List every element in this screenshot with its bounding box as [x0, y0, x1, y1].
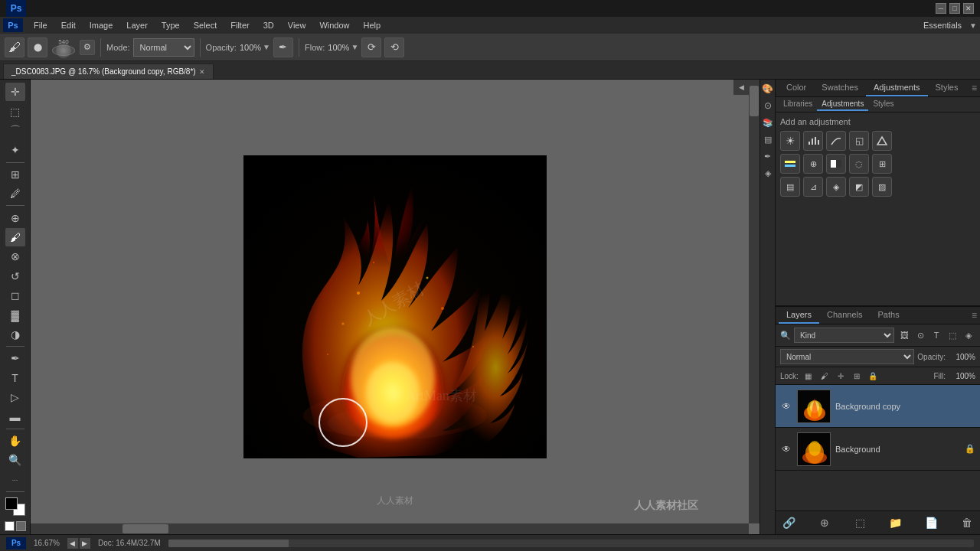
lock-all-icon[interactable]: 🔒	[866, 369, 880, 383]
menu-window[interactable]: Window	[313, 19, 355, 31]
paths-tab[interactable]: Paths	[871, 307, 907, 324]
menu-image[interactable]: Image	[83, 19, 119, 31]
photo-filter-btn[interactable]: ◌	[849, 154, 869, 174]
airbrush-icon[interactable]: ✒	[273, 37, 293, 57]
tab-adjustments[interactable]: Adjustments	[866, 80, 928, 96]
adjustment-filter-icon[interactable]: ⊙	[913, 328, 927, 342]
lock-transparent-icon[interactable]: ▦	[802, 369, 815, 383]
color-balance-btn[interactable]: ⊕	[803, 154, 823, 174]
layer-item-background-copy[interactable]: 👁 Background copy	[776, 385, 980, 428]
history-brush-tool[interactable]: ↺	[5, 267, 25, 285]
brightness-contrast-btn[interactable]: ☀	[780, 131, 800, 151]
add-mask-btn[interactable]: ⬚	[851, 514, 868, 531]
3d-icon[interactable]: ◈	[760, 165, 776, 181]
shape-filter-icon[interactable]: ⬚	[946, 328, 959, 342]
channel-mixer-btn[interactable]: ⊞	[872, 154, 892, 174]
magic-wand-tool[interactable]: ✦	[5, 141, 25, 159]
workspace-dropdown-icon[interactable]: ▼	[969, 21, 977, 30]
gradient-map-btn[interactable]: ▨	[872, 177, 892, 197]
smartobj-filter-icon[interactable]: ◈	[962, 328, 975, 342]
menu-3d[interactable]: 3D	[257, 19, 280, 31]
menu-filter[interactable]: Filter	[224, 19, 255, 31]
pixel-filter-icon[interactable]: 🖼	[897, 328, 911, 342]
opacity-value[interactable]: 100%	[949, 353, 975, 361]
add-style-btn[interactable]: ⊕	[816, 514, 833, 531]
menu-file[interactable]: File	[28, 19, 54, 31]
nav-left-btn[interactable]: ◀	[67, 538, 78, 549]
vertical-scrollbar[interactable]	[749, 80, 760, 523]
fill-value[interactable]: 100%	[949, 372, 975, 380]
tab-close-button[interactable]: ✕	[199, 68, 205, 76]
stamp-tool[interactable]: ⊗	[5, 247, 25, 266]
brush-tool-icon[interactable]: 🖌	[5, 37, 24, 57]
new-group-btn[interactable]: 📁	[887, 514, 904, 531]
menu-help[interactable]: Help	[358, 19, 387, 31]
levels-btn[interactable]	[803, 131, 823, 151]
color-lookup-btn[interactable]: ▤	[780, 177, 800, 197]
layers-icon[interactable]: ▤	[760, 132, 776, 147]
document-tab[interactable]: _DSC0083.JPG @ 16.7% (Background copy, R…	[3, 64, 214, 79]
zoom-tool[interactable]: 🔍	[5, 451, 25, 469]
flow-dropdown[interactable]: ▼	[351, 43, 358, 51]
adjustments-sub-tab[interactable]: Adjustments	[817, 98, 868, 111]
minimize-button[interactable]: ─	[936, 3, 946, 14]
black-white-btn[interactable]	[826, 154, 846, 174]
opacity-dropdown[interactable]: ▼	[263, 43, 270, 51]
layer-visibility-bg[interactable]: 👁	[780, 443, 792, 455]
h-scroll-thumb[interactable]	[122, 524, 168, 533]
standard-mode[interactable]	[5, 521, 15, 531]
layer-visibility-bg-copy[interactable]: 👁	[780, 400, 792, 412]
quick-mask-mode[interactable]	[16, 521, 26, 531]
brush-tool[interactable]: 🖌	[5, 228, 25, 246]
curves-btn[interactable]	[826, 131, 846, 151]
more-tools[interactable]: ···	[5, 470, 25, 488]
libraries-icon[interactable]: 📚	[760, 115, 776, 130]
dodge-tool[interactable]: ◑	[5, 325, 25, 344]
libraries-tab[interactable]: Libraries	[779, 98, 817, 111]
menu-layer[interactable]: Layer	[120, 19, 154, 31]
color-panel-icon[interactable]: 🎨	[760, 81, 776, 96]
layers-tab[interactable]: Layers	[779, 307, 819, 324]
panel-collapse-btn[interactable]: ◀	[733, 80, 749, 95]
adjustments-icon[interactable]: ⊙	[760, 98, 776, 113]
layer-item-background[interactable]: 👁 Background 🔒	[776, 428, 980, 471]
zoom-level[interactable]: 16.67%	[34, 539, 60, 547]
mode-select[interactable]: Normal Multiply Screen	[133, 38, 194, 57]
lock-artboard-icon[interactable]: ⊞	[850, 369, 864, 383]
posterize-btn[interactable]: ◈	[826, 177, 846, 197]
type-filter-icon[interactable]: T	[929, 328, 943, 342]
crop-tool[interactable]: ⊞	[5, 165, 25, 184]
path-tool[interactable]: ▷	[5, 388, 25, 406]
eyedropper-tool[interactable]: 🖉	[5, 184, 25, 203]
color-swatches[interactable]	[4, 496, 27, 517]
menu-view[interactable]: View	[282, 19, 312, 31]
v-scroll-thumb[interactable]	[750, 86, 759, 116]
tab-swatches[interactable]: Swatches	[814, 80, 866, 96]
panel-menu-button[interactable]: ≡	[972, 83, 977, 93]
styles-sub-tab[interactable]: Styles	[868, 98, 898, 111]
layers-menu-button[interactable]: ≡	[972, 310, 977, 321]
eraser-tool[interactable]: ◻	[5, 286, 25, 305]
brush-settings-icon[interactable]: ⚙	[80, 40, 95, 55]
brush-size-icon[interactable]: ⬤	[28, 37, 47, 57]
tab-color[interactable]: Color	[779, 80, 814, 96]
paths-icon[interactable]: ✒	[760, 148, 776, 164]
invert-btn[interactable]: ⊿	[803, 177, 823, 197]
threshold-btn[interactable]: ◩	[849, 177, 869, 197]
shape-tool[interactable]: ▬	[5, 407, 25, 425]
canvas-area[interactable]: 人人素材 © ArtMan素材 ◀ 人人素材社区 人人素材	[31, 80, 760, 534]
smoothing-icon[interactable]: ⟳	[361, 37, 381, 57]
delete-layer-btn[interactable]: 🗑	[959, 514, 975, 531]
new-layer-btn[interactable]: 📄	[923, 514, 939, 531]
link-layers-btn[interactable]: 🔗	[780, 514, 797, 531]
workspace-label[interactable]: Essentials	[917, 21, 968, 30]
tab-styles[interactable]: Styles	[928, 80, 966, 96]
exposure-btn[interactable]: ◱	[849, 131, 869, 151]
horizontal-scrollbar[interactable]	[31, 523, 749, 534]
vibrance-btn[interactable]	[872, 131, 892, 151]
doc-info[interactable]: Doc: 16.4M/32.7M	[98, 539, 161, 547]
hand-tool[interactable]: ✋	[5, 432, 25, 450]
hsl-btn[interactable]	[780, 154, 800, 174]
menu-select[interactable]: Select	[188, 19, 224, 31]
marquee-tool[interactable]: ⬚	[5, 102, 25, 120]
